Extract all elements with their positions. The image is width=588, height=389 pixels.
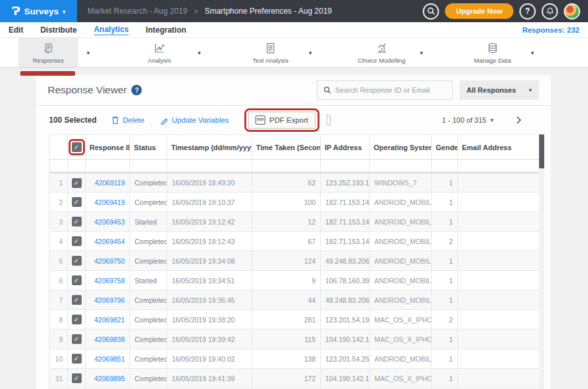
row-checkbox[interactable]: ✓ <box>72 275 82 285</box>
col-timestamp[interactable]: Timestamp (dd/mm/yyyy)⇅ <box>167 135 252 160</box>
ribbon-choice-modelling[interactable]: Choice Modelling <box>351 38 412 67</box>
operating-system-cell: MAC_OS_X_IPHONE <box>370 330 432 349</box>
ribbon-text-analysis[interactable]: Text Analysis <box>240 38 301 67</box>
ribbon-analysis[interactable]: Analysis <box>129 38 189 67</box>
response-id-link[interactable]: 42069838 <box>86 330 130 349</box>
ribbon-text-analysis-label: Text Analysis <box>253 57 289 64</box>
row-checkbox[interactable]: ✓ <box>72 373 82 383</box>
col-time-taken[interactable]: Time Taken (Seconds)⇅ <box>252 135 321 160</box>
status-cell: Completed <box>130 232 167 251</box>
pagination-dropdown[interactable]: 1 - 100 of 315 ▾ <box>442 116 493 124</box>
filter-cell[interactable] <box>458 160 540 173</box>
nav-integration[interactable]: Integration <box>146 25 186 35</box>
next-page-button[interactable] <box>515 116 522 125</box>
scrollbar-thumb[interactable] <box>539 134 544 168</box>
nav-edit[interactable]: Edit <box>8 25 24 35</box>
ribbon-responses[interactable]: Responses <box>18 38 78 67</box>
col-operating-system[interactable]: Operating System <box>370 135 432 160</box>
col-gender[interactable]: Gender <box>432 135 458 160</box>
email-cell <box>458 330 540 349</box>
manage-data-menu-caret[interactable]: ▾ <box>523 38 542 67</box>
search-input[interactable] <box>335 86 446 94</box>
product-label: Surveys <box>24 7 59 16</box>
ip-address-cell: 123.252.193.148 <box>321 173 370 193</box>
pdf-export-button[interactable]: PDF PDF Export <box>248 112 315 129</box>
filter-cell[interactable] <box>370 160 432 173</box>
timestamp-cell: 16/05/2019 19:38:20 <box>167 310 252 330</box>
viewer-help-icon[interactable]: ? <box>131 85 142 95</box>
nav-analytics[interactable]: Analytics <box>94 25 129 35</box>
response-id-link[interactable]: 42069750 <box>86 251 130 271</box>
nav-distribute[interactable]: Distribute <box>41 25 77 35</box>
update-variables-button[interactable]: Update Variables <box>160 116 229 125</box>
notifications-button[interactable] <box>542 3 558 20</box>
table-row: 9✓42069838Completed16/05/2019 19:39:4211… <box>50 330 540 349</box>
response-filter-dropdown[interactable]: All Responses ▾ <box>459 80 539 100</box>
row-checkbox-cell: ✓ <box>68 310 86 330</box>
responses-count[interactable]: Responses: 232 <box>522 26 580 34</box>
table-row: 10✓42069851Completed16/05/2019 19:40:021… <box>50 349 540 369</box>
responses-menu-caret[interactable]: ▾ <box>78 38 98 67</box>
trash-icon <box>111 116 120 125</box>
response-id-link[interactable]: 42069796 <box>86 290 130 310</box>
col-status[interactable]: Status <box>130 135 167 160</box>
upgrade-now-button[interactable]: Upgrade Now <box>445 3 514 19</box>
response-id-link[interactable]: 42069821 <box>86 310 130 330</box>
gender-cell: 1 <box>432 212 458 232</box>
breadcrumb-parent[interactable]: Market Research - Aug 2019 <box>88 7 188 16</box>
row-checkbox[interactable]: ✓ <box>72 217 82 226</box>
row-checkbox[interactable]: ✓ <box>72 197 82 207</box>
row-checkbox[interactable]: ✓ <box>72 236 82 246</box>
row-checkbox[interactable]: ✓ <box>72 295 82 305</box>
filter-cell[interactable] <box>86 160 130 173</box>
analysis-menu-caret[interactable]: ▾ <box>189 38 209 67</box>
ribbon-manage-data[interactable]: Manage Data <box>463 38 523 67</box>
filter-cell[interactable] <box>432 160 458 173</box>
response-id-link[interactable]: 42069119 <box>86 173 130 193</box>
survey-nav: Edit Distribute Analytics Integration Re… <box>0 22 588 38</box>
select-all-header: ✓ <box>68 135 86 160</box>
row-checkbox[interactable]: ✓ <box>72 256 82 266</box>
filter-cell[interactable] <box>130 160 167 173</box>
breadcrumb-current[interactable]: Smartphone Preferences - Aug 2019 <box>204 7 332 16</box>
column-settings-button[interactable] <box>325 114 333 126</box>
search-icon <box>427 7 436 16</box>
row-number: 4 <box>50 232 68 251</box>
col-email-address[interactable]: Email Address <box>458 135 540 160</box>
response-id-link[interactable]: 42069453 <box>86 212 130 232</box>
row-checkbox[interactable]: ✓ <box>72 334 82 344</box>
row-checkbox[interactable]: ✓ <box>72 315 82 324</box>
question-icon: ? <box>525 7 530 16</box>
help-button[interactable]: ? <box>519 3 536 20</box>
email-cell <box>458 212 540 232</box>
select-all-annotation: ✓ <box>69 139 85 155</box>
filter-cell[interactable] <box>252 160 321 173</box>
search-button[interactable] <box>423 3 439 20</box>
row-checkbox[interactable]: ✓ <box>72 178 82 188</box>
response-search[interactable] <box>317 80 453 100</box>
col-ip-address[interactable]: IP Address <box>321 135 370 160</box>
response-id-link[interactable]: 42069895 <box>86 369 130 388</box>
text-analysis-menu-caret[interactable]: ▾ <box>301 38 320 67</box>
row-checkbox-cell: ✓ <box>68 173 86 193</box>
select-all-checkbox[interactable]: ✓ <box>72 142 82 152</box>
choice-modelling-menu-caret[interactable]: ▾ <box>412 38 431 67</box>
row-checkbox[interactable]: ✓ <box>72 354 82 364</box>
delete-button[interactable]: Delete <box>111 116 144 125</box>
filter-cell[interactable] <box>321 160 370 173</box>
response-id-link[interactable]: 42069758 <box>86 271 130 290</box>
table-row: 1✓42069119Completed16/05/2019 18:49:2062… <box>50 173 540 193</box>
response-id-link[interactable]: 42069454 <box>86 232 130 251</box>
filter-cell[interactable] <box>167 160 252 173</box>
time-taken-cell: 172 <box>252 369 321 388</box>
surveys-menu[interactable]: Ɂ Surveys ▾ <box>0 0 77 22</box>
gender-cell: 1 <box>432 290 458 310</box>
response-id-link[interactable]: 42069419 <box>86 193 130 212</box>
pdf-export-annotation: PDF PDF Export <box>244 108 319 132</box>
col-response-id[interactable]: Response ID▾ <box>86 135 130 160</box>
row-number: 7 <box>50 290 68 310</box>
user-avatar[interactable] <box>564 3 580 20</box>
table-scrollbar[interactable] <box>539 134 544 389</box>
response-id-link[interactable]: 42069851 <box>86 349 130 369</box>
operating-system-cell: MAC_OS_X_IPHONE <box>370 310 432 330</box>
